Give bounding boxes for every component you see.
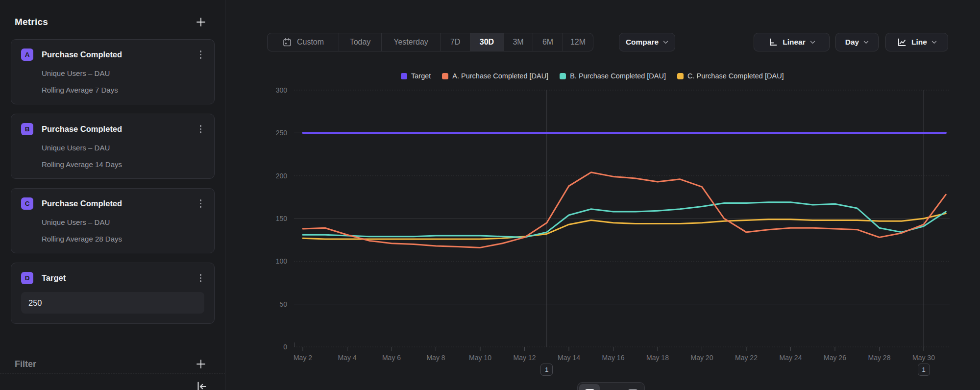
svg-text:May 12: May 12	[514, 354, 536, 362]
svg-text:May 8: May 8	[426, 354, 445, 362]
svg-text:200: 200	[276, 172, 288, 180]
svg-text:May 30: May 30	[912, 354, 935, 362]
svg-text:250: 250	[276, 129, 288, 137]
svg-text:May 6: May 6	[382, 354, 401, 362]
annotation-badge[interactable]: 1	[540, 364, 553, 376]
svg-text:May 14: May 14	[558, 354, 580, 362]
view-option-1-button[interactable]	[579, 384, 600, 390]
svg-text:May 22: May 22	[735, 354, 758, 362]
svg-text:May 10: May 10	[469, 354, 491, 362]
svg-text:300: 300	[276, 86, 288, 94]
svg-text:100: 100	[276, 257, 288, 265]
view-option-3-button[interactable]	[622, 384, 643, 390]
svg-text:May 20: May 20	[691, 354, 713, 362]
line-chart: 050100150200250300May 2May 4May 6May 8Ma…	[0, 0, 980, 390]
svg-text:May 18: May 18	[646, 354, 669, 362]
view-option-2-button[interactable]	[601, 384, 621, 390]
chart-view-toggle-group	[577, 382, 645, 390]
annotation-badge[interactable]: 1	[918, 364, 930, 376]
metrics-dashboard: Metrics A Purchase Completed Unique User…	[0, 0, 980, 390]
svg-text:May 2: May 2	[294, 354, 312, 362]
svg-text:May 16: May 16	[602, 354, 625, 362]
svg-text:May 4: May 4	[338, 354, 356, 362]
svg-text:50: 50	[279, 300, 287, 308]
svg-text:May 26: May 26	[824, 354, 846, 362]
svg-text:150: 150	[276, 215, 288, 222]
svg-text:0: 0	[283, 343, 287, 351]
svg-text:May 24: May 24	[780, 354, 802, 362]
svg-text:May 28: May 28	[868, 354, 891, 362]
